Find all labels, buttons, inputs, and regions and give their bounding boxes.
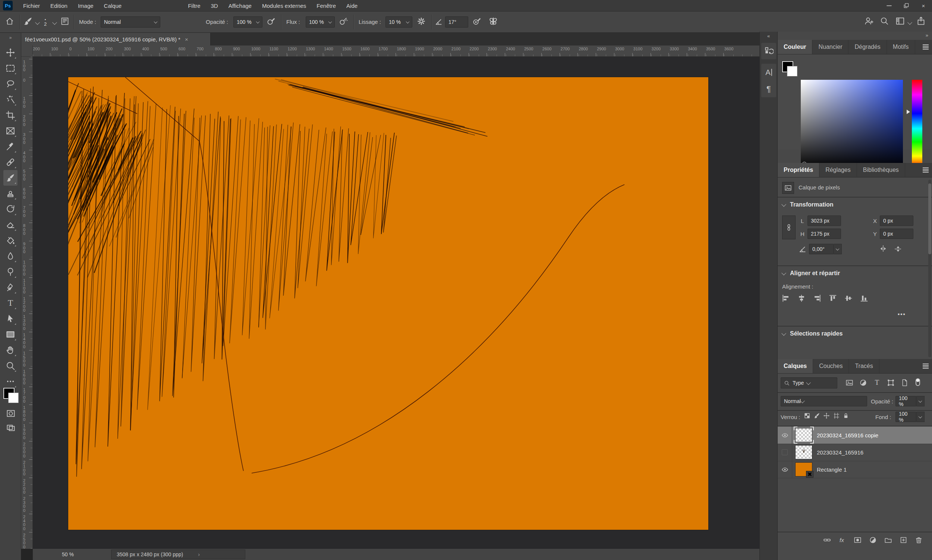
artboard-icon[interactable] (833, 412, 840, 419)
tab-couleur[interactable]: Couleur (778, 40, 812, 54)
alignB-icon[interactable] (860, 294, 869, 303)
character-paragraph-panels[interactable]: A ¶ (761, 64, 776, 97)
dock-collapse-icon[interactable]: » (926, 32, 928, 38)
tool-pen[interactable] (3, 280, 17, 295)
screen-mode-icon[interactable] (0, 423, 21, 432)
panel-menu-icon[interactable] (923, 168, 929, 172)
smoothing-select[interactable]: 10 % (386, 16, 412, 28)
blend-mode-select[interactable]: Normal (101, 16, 160, 28)
rotate-angle-input[interactable]: 0,00° (809, 244, 834, 254)
alignT-icon[interactable] (828, 294, 837, 303)
flow-select[interactable]: 100 % (306, 16, 335, 28)
hue-slider-handle[interactable] (907, 109, 912, 114)
brush-settings-panel-icon[interactable] (60, 17, 69, 26)
menu-affichage[interactable]: Affichage (223, 0, 257, 11)
layer-thumbnail[interactable] (795, 428, 812, 442)
menu-fenêtre[interactable]: Fenêtre (311, 0, 341, 11)
eye-icon[interactable] (781, 466, 789, 473)
height-input[interactable]: 2175 px (807, 229, 841, 239)
layer-blend-mode-select[interactable]: Normal (781, 396, 867, 406)
checker-icon[interactable] (804, 412, 811, 419)
layer-row[interactable]: 20230324_165916 (778, 444, 932, 461)
tool-healing[interactable] (3, 154, 17, 170)
layer-opacity-input[interactable]: 100 % (895, 396, 917, 406)
alignR-icon[interactable] (813, 294, 822, 303)
tab-motifs[interactable]: Motifs (887, 40, 915, 54)
alignL-icon[interactable] (781, 294, 791, 303)
link-dimensions-icon[interactable] (782, 215, 795, 239)
quick-actions-header[interactable]: Sélections rapides (782, 330, 843, 337)
menu-calque[interactable]: Calque (99, 0, 127, 11)
search-icon[interactable] (880, 16, 889, 25)
tool-crop[interactable] (3, 108, 17, 123)
tab-couches[interactable]: Couches (813, 359, 849, 373)
x-input[interactable]: 0 px (880, 215, 914, 226)
horizontal-ruler[interactable]: 2001000100200300400500600700800900100011… (33, 46, 760, 57)
tool-preset-chevron-icon[interactable] (36, 21, 39, 25)
brush-size-preview[interactable]: • 2 (44, 12, 47, 32)
restore-button[interactable] (898, 0, 915, 11)
link-icon[interactable] (823, 536, 831, 544)
opacity-select[interactable]: 100 % (233, 16, 263, 28)
dock-expand-icon[interactable]: « (760, 32, 777, 40)
adjust-icon[interactable] (859, 379, 867, 387)
brush-icon[interactable] (814, 412, 820, 419)
transform-section-header[interactable]: Transformation (782, 202, 833, 208)
layer-thumbnail[interactable] (795, 445, 812, 459)
tool-wand[interactable] (3, 92, 17, 108)
panel-background-swatch[interactable] (787, 66, 797, 77)
tool-pathsel[interactable] (3, 311, 17, 327)
folder-icon[interactable] (884, 536, 892, 544)
tool-lasso[interactable] (3, 76, 17, 92)
rotate-angle-chevron[interactable] (834, 244, 842, 254)
size-pressure-icon[interactable] (473, 17, 481, 26)
brush-tool-preset-icon[interactable] (23, 16, 33, 26)
tool-frame[interactable] (3, 123, 17, 139)
tool-eyedropper[interactable] (3, 139, 17, 154)
tool-eraser[interactable] (3, 217, 17, 233)
tool-move[interactable] (3, 45, 17, 60)
workspace-chevron-icon[interactable] (908, 21, 912, 25)
tab-réglages[interactable]: Réglages (820, 163, 857, 177)
close-button[interactable]: × (915, 0, 932, 11)
tab-bibliothèques[interactable]: Bibliothèques (857, 163, 905, 177)
eye-hidden-box[interactable] (782, 449, 788, 455)
layer-row[interactable]: Rectangle 1 (778, 461, 932, 478)
symmetry-butterfly-icon[interactable] (488, 16, 498, 26)
tool-bucket[interactable] (3, 233, 17, 248)
tool-brush[interactable] (3, 170, 17, 186)
tab-tracés[interactable]: Tracés (849, 359, 879, 373)
m_mask-icon[interactable] (854, 536, 861, 544)
menu-edition[interactable]: Edition (45, 0, 73, 11)
eye-icon[interactable] (781, 432, 789, 439)
fill-chevron[interactable] (917, 412, 924, 422)
tool-historybrush[interactable] (3, 202, 17, 217)
page-icon[interactable] (901, 379, 909, 387)
opacity-pressure-icon[interactable] (267, 17, 276, 26)
tool-stamp[interactable] (3, 186, 17, 202)
vertical-ruler[interactable]: 1000100200300400500600700800900100011001… (21, 57, 33, 549)
framehandles-icon[interactable] (887, 379, 895, 387)
width-input[interactable]: 3023 px (807, 215, 841, 226)
type-icon[interactable]: T (873, 379, 881, 387)
layer-comps-panel-icon[interactable] (761, 43, 776, 59)
layer-opacity-chevron[interactable] (917, 396, 924, 406)
tool-blur[interactable] (3, 248, 17, 264)
brush-angle-input[interactable]: 17° (445, 16, 468, 28)
menu-fichier[interactable]: Fichier (18, 0, 45, 11)
canvas-pasteboard[interactable] (33, 57, 760, 549)
ruler-corner[interactable] (21, 46, 33, 57)
toolbar-collapse-icon[interactable]: » (0, 33, 21, 43)
home-icon[interactable] (5, 17, 14, 26)
airbrush-icon[interactable] (339, 17, 348, 26)
tab-nuancier[interactable]: Nuancier (812, 40, 849, 54)
adjust-icon[interactable] (869, 536, 877, 544)
status-chevron-icon[interactable]: › (198, 551, 200, 557)
tool-rectshape[interactable] (3, 327, 17, 342)
trash-icon[interactable] (915, 536, 923, 544)
layer-row[interactable]: 20230324_165916 copie (778, 426, 932, 444)
quick-mask-icon[interactable] (0, 409, 21, 418)
tab-calques[interactable]: Calques (778, 359, 813, 373)
align-more-button[interactable]: ••• (898, 311, 906, 317)
align-section-header[interactable]: Aligner et répartir (782, 270, 840, 277)
